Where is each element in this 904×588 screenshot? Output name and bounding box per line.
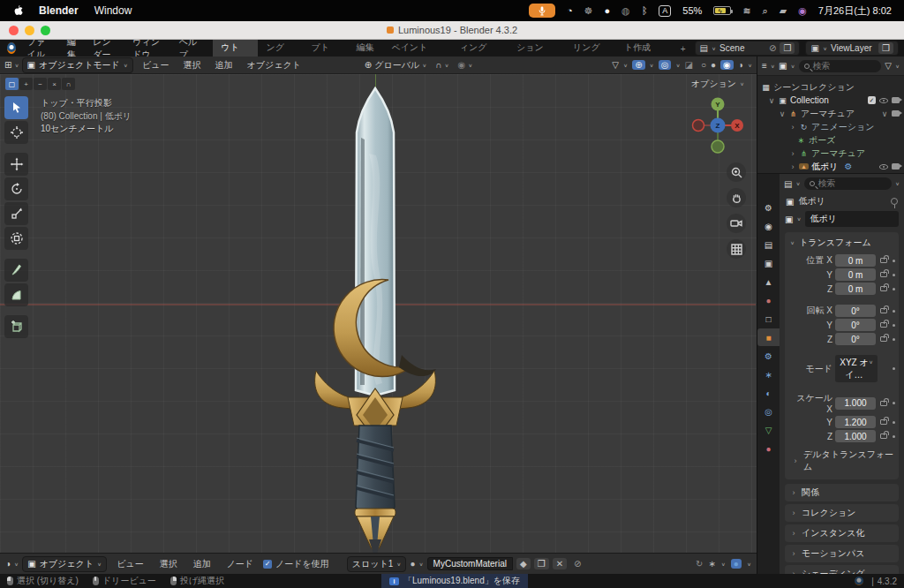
collection-checkbox[interactable]: ✓ bbox=[868, 96, 876, 104]
eye-icon[interactable] bbox=[879, 98, 888, 103]
tab-world[interactable]: ● bbox=[757, 291, 780, 309]
tab-view-layer[interactable]: ▣ bbox=[757, 254, 780, 272]
rotation-y-field[interactable]: 0° bbox=[835, 319, 876, 331]
tool-transform[interactable] bbox=[4, 227, 28, 250]
outliner-row-pose[interactable]: ∗ ポーズ bbox=[761, 133, 902, 147]
shading-solid-icon[interactable]: ● bbox=[711, 60, 716, 70]
rotation-mode-dropdown[interactable]: XYZ オイ…∨ bbox=[835, 355, 878, 382]
wifi-icon[interactable]: ≋ bbox=[742, 6, 750, 16]
viewlayer-selector[interactable]: ▣∨ ViewLayer ❐ bbox=[805, 41, 899, 56]
outliner-row-animation[interactable]: › ↻ アニメーション bbox=[761, 120, 902, 133]
animate-dot[interactable] bbox=[893, 274, 895, 276]
lock-icon[interactable] bbox=[880, 308, 887, 313]
perspective-toggle-button[interactable] bbox=[727, 239, 746, 259]
object-name-field[interactable]: 低ポリ bbox=[805, 211, 899, 227]
add-workspace-button[interactable]: + bbox=[673, 41, 694, 57]
navigation-gizmo[interactable]: Y X Z bbox=[688, 94, 748, 157]
lock-icon[interactable] bbox=[880, 272, 887, 277]
outliner-row-lowpoly-mesh[interactable]: › ▲ 低ポリ ⚙ bbox=[761, 160, 902, 173]
camera-icon[interactable] bbox=[892, 163, 900, 170]
new-scene-button[interactable]: ❐ bbox=[780, 42, 795, 54]
animate-dot[interactable] bbox=[893, 338, 895, 341]
proportional-edit-icon[interactable]: ◉ bbox=[458, 60, 466, 70]
3d-viewport[interactable]: ▢ + − × ∩ トップ・平行投影 (80) Col bbox=[0, 74, 757, 553]
properties-search-input[interactable]: 検索 bbox=[804, 177, 892, 190]
lock-icon[interactable] bbox=[880, 336, 887, 342]
shader-editor-type-button[interactable]: ◑ bbox=[5, 559, 11, 569]
slot-dropdown[interactable]: スロット1∨ bbox=[347, 556, 407, 572]
menubar-window-menu[interactable]: Window bbox=[94, 4, 132, 17]
lock-icon[interactable] bbox=[880, 286, 887, 291]
tool-select-box[interactable] bbox=[4, 96, 28, 119]
animate-dot[interactable] bbox=[893, 421, 895, 424]
use-nodes-checkbox[interactable]: ✓ bbox=[263, 560, 272, 569]
shader-menu-view[interactable]: ビュー bbox=[110, 556, 149, 572]
animate-dot[interactable] bbox=[893, 402, 895, 404]
outliner-search-input[interactable]: 検索 bbox=[799, 60, 882, 72]
orientation-label[interactable]: グローバル bbox=[374, 59, 419, 72]
tab-tool[interactable]: ⚙ bbox=[757, 199, 780, 216]
shader-menu-node[interactable]: ノード bbox=[221, 556, 260, 572]
select-mode-extend[interactable]: + bbox=[19, 78, 33, 90]
pin-id-icon[interactable] bbox=[891, 198, 898, 205]
scale-x-field[interactable]: 1.000 bbox=[835, 397, 876, 410]
delta-transform-header[interactable]: › デルタトランスフォーム bbox=[792, 449, 895, 473]
scale-z-field[interactable]: 1.000 bbox=[835, 430, 876, 442]
select-mode-intersect[interactable]: ∩ bbox=[62, 78, 75, 90]
select-mode-subtract[interactable]: − bbox=[34, 78, 47, 90]
shader-menu-select[interactable]: 選択 bbox=[154, 556, 184, 572]
mode-dropdown[interactable]: ▣ オブジェクトモード ∨ bbox=[22, 57, 133, 73]
shader-menu-add[interactable]: 追加 bbox=[187, 556, 217, 572]
tool-cursor[interactable] bbox=[4, 121, 28, 144]
chat-bubble-icon[interactable]: ● bbox=[604, 6, 610, 16]
unlink-material-button[interactable]: ✕ bbox=[553, 558, 567, 569]
rotation-z-field[interactable]: 0° bbox=[835, 333, 876, 345]
gizmos-toggle-icon[interactable]: ⊕ bbox=[632, 60, 644, 70]
animate-dot[interactable] bbox=[893, 260, 895, 262]
tool-measure[interactable] bbox=[4, 283, 28, 306]
animate-dot[interactable] bbox=[893, 324, 895, 327]
shader-snap-icon[interactable]: ∗ bbox=[708, 559, 715, 569]
pin-material-icon[interactable]: ⊘ bbox=[574, 559, 581, 569]
snap-magnet-icon[interactable]: ∩ bbox=[435, 60, 441, 70]
battery-icon[interactable]: ϟ bbox=[713, 6, 731, 15]
fake-user-button[interactable]: ◆ bbox=[516, 558, 531, 569]
input-source-badge[interactable]: A bbox=[659, 5, 671, 17]
animate-dot[interactable] bbox=[893, 310, 895, 313]
rotation-x-field[interactable]: 0° bbox=[835, 305, 876, 317]
outliner-display-mode-button[interactable]: ▣ bbox=[779, 61, 787, 71]
animate-dot[interactable] bbox=[893, 367, 895, 370]
blender-logo-icon[interactable] bbox=[7, 42, 16, 54]
transform-panel-header[interactable]: ∨ トランスフォーム bbox=[790, 237, 895, 249]
eye-icon[interactable] bbox=[879, 164, 888, 170]
tool-rotate[interactable] bbox=[4, 177, 28, 200]
sword-model[interactable] bbox=[0, 74, 756, 553]
pan-button[interactable] bbox=[727, 188, 746, 207]
overlays-toggle-icon[interactable]: ◎ bbox=[659, 60, 672, 70]
tab-modifiers[interactable]: ⚙ bbox=[757, 347, 780, 365]
material-name-field[interactable]: MyCustomMaterial bbox=[427, 557, 513, 570]
lock-icon[interactable] bbox=[880, 258, 887, 263]
shader-overlay-icon[interactable]: ● bbox=[731, 559, 742, 569]
tab-object-data[interactable]: ▽ bbox=[757, 421, 780, 439]
shading-material-icon[interactable]: ◉ bbox=[720, 60, 734, 70]
tab-render[interactable]: ◉ bbox=[757, 217, 780, 235]
zoom-button[interactable] bbox=[727, 162, 746, 182]
tab-constraints[interactable]: ◎ bbox=[757, 403, 780, 420]
location-z-field[interactable]: 0 m bbox=[835, 283, 876, 295]
lock-icon[interactable] bbox=[880, 419, 887, 425]
tab-scene[interactable]: ▲ bbox=[757, 273, 780, 290]
camera-icon[interactable] bbox=[892, 97, 900, 103]
camera-view-button[interactable] bbox=[727, 214, 746, 233]
visibility-filter-icon[interactable]: ▽ bbox=[612, 60, 619, 70]
location-x-field[interactable]: 0 m bbox=[835, 254, 876, 267]
section-collections[interactable]: ›コレクション bbox=[785, 504, 899, 522]
copy-material-button[interactable]: ❐ bbox=[534, 558, 549, 569]
section-relations[interactable]: ›関係 bbox=[785, 484, 899, 501]
tool-add-cube[interactable] bbox=[4, 315, 28, 338]
outliner-row-collection[interactable]: ∨ ▣ Collection ✓ bbox=[761, 94, 902, 107]
select-mode-invert[interactable]: × bbox=[48, 78, 61, 90]
lock-icon[interactable] bbox=[880, 322, 887, 328]
vp-menu-select[interactable]: 選択 bbox=[177, 57, 207, 73]
animate-dot[interactable] bbox=[893, 435, 895, 438]
